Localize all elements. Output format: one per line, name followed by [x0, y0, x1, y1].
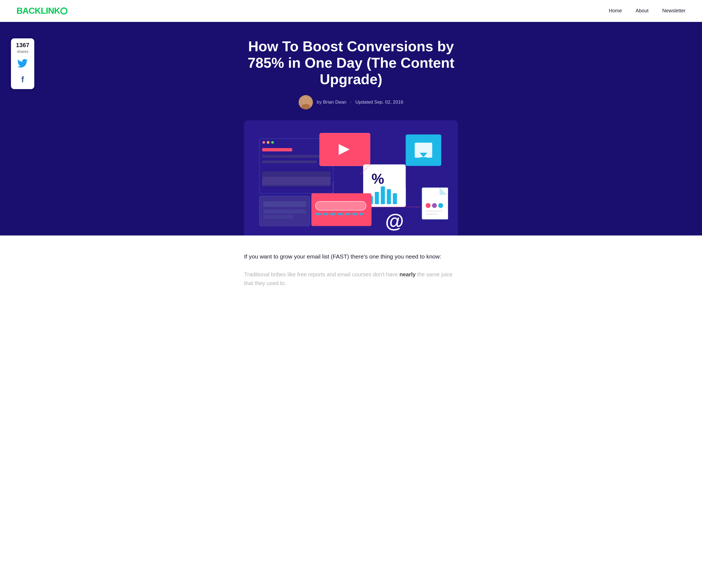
avatar: [299, 95, 313, 109]
share-count: 1367: [16, 42, 29, 48]
svg-point-3: [303, 98, 309, 103]
svg-rect-41: [426, 210, 442, 212]
intro-paragraph: If you want to grow your email list (FAS…: [244, 252, 458, 261]
svg-rect-29: [323, 213, 328, 215]
svg-rect-50: [263, 215, 294, 219]
svg-point-5: [262, 141, 265, 144]
svg-rect-49: [263, 210, 306, 213]
nav-home[interactable]: Home: [609, 8, 622, 13]
share-widget: 1367 shares f: [11, 38, 34, 89]
svg-rect-24: [387, 189, 391, 204]
svg-point-7: [271, 141, 274, 144]
nav-about[interactable]: About: [635, 8, 649, 13]
svg-rect-10: [262, 161, 317, 163]
svg-rect-34: [360, 213, 364, 215]
svg-rect-28: [315, 213, 321, 215]
nav-links: Home About Newsletter: [609, 8, 686, 14]
secondary-text-bold: nearly: [399, 271, 416, 277]
author-separator: ·: [350, 100, 352, 105]
hero-illustration-container: %: [244, 120, 458, 236]
article-content: If you want to grow your email list (FAS…: [233, 236, 469, 304]
logo-o-icon: [60, 7, 68, 14]
hero-inner: How To Boost Conversions by 785% in One …: [200, 38, 502, 236]
svg-rect-12: [262, 177, 330, 185]
navbar: BACKLINK Home About Newsletter: [0, 0, 702, 22]
svg-rect-33: [352, 213, 358, 215]
svg-text:%: %: [372, 171, 384, 187]
svg-rect-27: [315, 201, 366, 210]
svg-rect-23: [381, 186, 385, 204]
svg-rect-8: [262, 148, 292, 152]
twitter-share-button[interactable]: [16, 57, 29, 70]
secondary-paragraph: Traditional bribes like free reports and…: [244, 270, 458, 288]
site-logo[interactable]: BACKLINK: [16, 6, 68, 16]
author-name: by Brian Dean: [317, 100, 346, 105]
svg-rect-9: [262, 155, 328, 158]
svg-rect-32: [345, 213, 350, 215]
nav-newsletter[interactable]: Newsletter: [662, 8, 686, 13]
hero-illustration: %: [254, 130, 448, 235]
svg-text:@: @: [385, 210, 404, 232]
secondary-text-start: Traditional bribes like free reports and…: [244, 271, 399, 277]
svg-rect-18: [420, 157, 427, 159]
share-label: shares: [17, 49, 28, 54]
avatar-image: [299, 95, 313, 109]
svg-point-39: [432, 203, 437, 208]
svg-point-38: [426, 203, 431, 208]
hero-section: 1367 shares f How To Boost Conversions b…: [0, 22, 702, 236]
logo-text: BACKLINK: [16, 6, 60, 16]
twitter-icon: [17, 58, 28, 68]
svg-rect-42: [426, 213, 438, 215]
author-row: by Brian Dean · Updated Sep. 02, 2016: [299, 95, 403, 109]
svg-rect-22: [375, 192, 379, 204]
facebook-share-button[interactable]: f: [20, 74, 25, 85]
facebook-icon: f: [21, 75, 24, 84]
svg-rect-25: [393, 193, 397, 204]
svg-rect-31: [338, 213, 343, 215]
svg-point-6: [267, 141, 269, 144]
page-title: How To Boost Conversions by 785% in One …: [239, 38, 463, 88]
svg-point-40: [438, 203, 443, 208]
svg-rect-30: [330, 213, 336, 215]
updated-date: Updated Sep. 02, 2016: [355, 100, 403, 105]
svg-rect-48: [263, 201, 306, 207]
